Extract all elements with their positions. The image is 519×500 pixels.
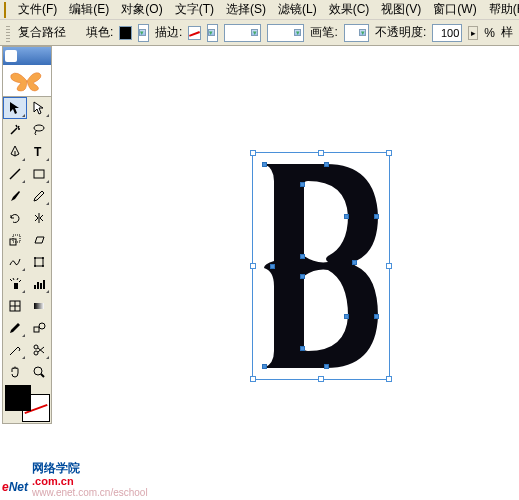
menu-view[interactable]: 视图(V) bbox=[375, 0, 427, 20]
menu-filter[interactable]: 滤镜(L) bbox=[272, 0, 323, 20]
shear-tool[interactable] bbox=[27, 229, 51, 251]
selected-shape[interactable] bbox=[256, 156, 386, 376]
watermark: eNet 网络学院 .com.cn www.enet.com.cn/eschoo… bbox=[2, 462, 148, 498]
fill-swatch[interactable] bbox=[119, 26, 132, 40]
opacity-stepper[interactable]: ▸ bbox=[468, 26, 478, 40]
toolbar-grip[interactable] bbox=[6, 24, 10, 42]
paintbrush-tool[interactable] bbox=[3, 185, 27, 207]
scale-tool[interactable] bbox=[3, 229, 27, 251]
watermark-cn: 网络学院 bbox=[32, 462, 148, 475]
control-bar: 复合路径 填色: ▾ 描边: ▾ ▾ ▾ 画笔: ▾ 不透明度: ▸ % 样 bbox=[0, 20, 519, 46]
pencil-tool[interactable] bbox=[27, 185, 51, 207]
blend-tool[interactable] bbox=[27, 317, 51, 339]
svg-rect-13 bbox=[37, 282, 39, 289]
tools-grid: T bbox=[3, 97, 51, 383]
toolbox-header[interactable] bbox=[3, 47, 51, 65]
gradient-tool[interactable] bbox=[27, 295, 51, 317]
canvas[interactable] bbox=[56, 46, 519, 500]
line-tool[interactable] bbox=[3, 163, 27, 185]
brush-def-dropdown[interactable]: ▾ bbox=[267, 24, 304, 42]
menu-file[interactable]: 文件(F) bbox=[12, 0, 63, 20]
stroke-swatch[interactable] bbox=[188, 26, 201, 40]
menu-window[interactable]: 窗口(W) bbox=[427, 0, 482, 20]
handle-bl[interactable] bbox=[250, 376, 256, 382]
svg-rect-14 bbox=[40, 283, 42, 289]
anchor-point[interactable] bbox=[300, 346, 305, 351]
menu-edit[interactable]: 编辑(E) bbox=[63, 0, 115, 20]
handle-mr[interactable] bbox=[386, 263, 392, 269]
fill-box[interactable] bbox=[5, 385, 31, 411]
selection-tool[interactable] bbox=[3, 97, 27, 119]
type-tool[interactable]: T bbox=[27, 141, 51, 163]
anchor-point[interactable] bbox=[300, 274, 305, 279]
brush-label: 画笔: bbox=[310, 24, 337, 41]
fill-stroke-control[interactable] bbox=[5, 385, 49, 421]
svg-rect-20 bbox=[34, 327, 39, 332]
watermark-url2: www.enet.com.cn/eschool bbox=[32, 487, 148, 498]
anchor-point[interactable] bbox=[324, 364, 329, 369]
svg-point-23 bbox=[34, 351, 38, 355]
menu-type[interactable]: 文字(T) bbox=[169, 0, 220, 20]
anchor-point[interactable] bbox=[300, 182, 305, 187]
svg-point-7 bbox=[34, 257, 36, 259]
eyedropper-tool[interactable] bbox=[3, 317, 27, 339]
reflect-tool[interactable] bbox=[27, 207, 51, 229]
scissors-tool[interactable] bbox=[27, 339, 51, 361]
svg-point-24 bbox=[34, 367, 42, 375]
direct-selection-tool[interactable] bbox=[27, 97, 51, 119]
anchor-point[interactable] bbox=[300, 254, 305, 259]
svg-point-9 bbox=[34, 265, 36, 267]
selection-type-label: 复合路径 bbox=[18, 24, 66, 41]
handle-ml[interactable] bbox=[250, 263, 256, 269]
opacity-input[interactable] bbox=[432, 24, 462, 42]
style-label: 样 bbox=[501, 24, 513, 41]
menu-help[interactable]: 帮助(H) bbox=[483, 0, 519, 20]
rotate-tool[interactable] bbox=[3, 207, 27, 229]
stroke-dropdown[interactable]: ▾ bbox=[207, 24, 218, 42]
svg-point-22 bbox=[34, 345, 38, 349]
anchor-point[interactable] bbox=[374, 214, 379, 219]
menu-effect[interactable]: 效果(C) bbox=[323, 0, 376, 20]
lasso-tool[interactable] bbox=[27, 119, 51, 141]
opacity-label: 不透明度: bbox=[375, 24, 426, 41]
menu-select[interactable]: 选择(S) bbox=[220, 0, 272, 20]
handle-br[interactable] bbox=[386, 376, 392, 382]
anchor-point[interactable] bbox=[344, 314, 349, 319]
anchor-point[interactable] bbox=[262, 364, 267, 369]
warp-tool[interactable] bbox=[3, 251, 27, 273]
hand-tool[interactable] bbox=[3, 361, 27, 383]
opacity-suffix: % bbox=[484, 26, 495, 40]
anchor-point[interactable] bbox=[374, 314, 379, 319]
mesh-tool[interactable] bbox=[3, 295, 27, 317]
svg-point-0 bbox=[34, 125, 44, 131]
watermark-logo: eNet bbox=[2, 466, 28, 498]
brush-dropdown[interactable]: ▾ bbox=[344, 24, 369, 42]
column-graph-tool[interactable] bbox=[27, 273, 51, 295]
magic-wand-tool[interactable] bbox=[3, 119, 27, 141]
anchor-point[interactable] bbox=[352, 260, 357, 265]
toolbox-logo bbox=[3, 65, 51, 97]
svg-rect-6 bbox=[35, 258, 43, 266]
workspace bbox=[0, 46, 519, 500]
anchor-point[interactable] bbox=[262, 162, 267, 167]
free-transform-tool[interactable] bbox=[27, 251, 51, 273]
pen-tool[interactable] bbox=[3, 141, 27, 163]
handle-bc[interactable] bbox=[318, 376, 324, 382]
svg-text:T: T bbox=[34, 145, 42, 159]
svg-rect-12 bbox=[34, 285, 36, 289]
anchor-point[interactable] bbox=[344, 214, 349, 219]
handle-tr[interactable] bbox=[386, 150, 392, 156]
fill-dropdown[interactable]: ▾ bbox=[138, 24, 149, 42]
anchor-point[interactable] bbox=[270, 264, 275, 269]
stroke-weight-dropdown[interactable]: ▾ bbox=[224, 24, 261, 42]
menu-object[interactable]: 对象(O) bbox=[115, 0, 168, 20]
symbol-sprayer-tool[interactable] bbox=[3, 273, 27, 295]
rectangle-tool[interactable] bbox=[27, 163, 51, 185]
handle-tc[interactable] bbox=[318, 150, 324, 156]
menu-bar: 文件(F) 编辑(E) 对象(O) 文字(T) 选择(S) 滤镜(L) 效果(C… bbox=[0, 0, 519, 20]
zoom-tool[interactable] bbox=[27, 361, 51, 383]
stroke-label: 描边: bbox=[155, 24, 182, 41]
slice-tool[interactable] bbox=[3, 339, 27, 361]
anchor-point[interactable] bbox=[324, 162, 329, 167]
handle-tl[interactable] bbox=[250, 150, 256, 156]
